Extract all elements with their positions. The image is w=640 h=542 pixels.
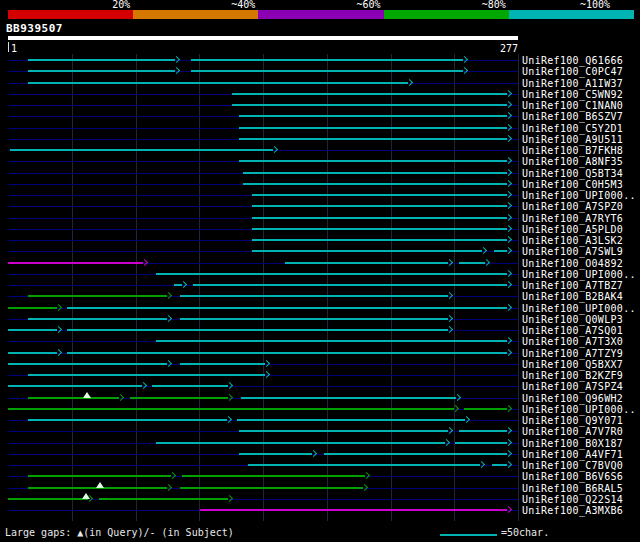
hit-label[interactable]: UniRef100_A4VF71 [522, 449, 623, 460]
hit-label[interactable]: UniRef100_Q61666 [522, 55, 623, 66]
hit-label[interactable]: UniRef100_C0PC47 [522, 66, 623, 77]
alignment-segment[interactable] [156, 273, 508, 275]
alignment-segment[interactable] [8, 262, 143, 264]
hit-label[interactable]: UniRef100_Q5BXX7 [522, 359, 623, 370]
alignment-segment[interactable] [252, 239, 508, 241]
alignment-segment[interactable] [239, 453, 312, 455]
alignment-segment[interactable] [180, 318, 448, 320]
hit-label[interactable]: UniRef100_A7RYT6 [522, 213, 623, 224]
hit-label[interactable]: UniRef100_Q96WH2 [522, 393, 623, 404]
alignment-segment[interactable] [182, 475, 365, 477]
alignment-segment[interactable] [464, 408, 507, 410]
alignment-segment[interactable] [200, 509, 507, 511]
hit-label[interactable]: UniRef100_A3LSK2 [522, 235, 623, 246]
alignment-segment[interactable] [8, 385, 142, 387]
alignment-segment[interactable] [191, 70, 463, 72]
alignment-segment[interactable] [8, 352, 57, 354]
hit-label[interactable]: UniRef100_Q5BT34 [522, 168, 623, 179]
hit-label[interactable]: UniRef100_Q22S14 [522, 494, 623, 505]
alignment-segment[interactable] [8, 307, 57, 309]
hit-label[interactable]: UniRef100_A7SWL9 [522, 246, 623, 257]
alignment-segment[interactable] [248, 464, 480, 466]
alignment-segment[interactable] [28, 397, 119, 399]
alignment-segment[interactable] [232, 104, 508, 106]
alignment-segment[interactable] [180, 487, 363, 489]
hit-label[interactable]: UniRef100_A7SPZ0 [522, 201, 623, 212]
hit-label[interactable]: UniRef100_C7BVQ0 [522, 460, 623, 471]
hit-label[interactable]: UniRef100_Q0WLP3 [522, 314, 623, 325]
alignment-segment[interactable] [239, 115, 507, 117]
hit-label[interactable]: UniRef100_B0X187 [522, 438, 623, 449]
alignment-segment[interactable] [67, 352, 507, 354]
hit-label[interactable]: UniRef100_A7SQ01 [522, 325, 623, 336]
hit-label[interactable]: UniRef100_A3MXB6 [522, 505, 623, 516]
alignment-segment[interactable] [252, 217, 508, 219]
hit-label[interactable]: UniRef100_A9U511 [522, 134, 623, 145]
alignment-segment[interactable] [180, 295, 448, 297]
alignment-segment[interactable] [459, 430, 508, 432]
hit-label[interactable]: UniRef100_A7TBZ7 [522, 280, 623, 291]
alignment-segment[interactable] [193, 284, 508, 286]
hit-label[interactable]: UniRef100_C5Y2D1 [522, 123, 623, 134]
alignment-segment[interactable] [28, 374, 265, 376]
alignment-segment[interactable] [99, 498, 229, 500]
hit-label[interactable]: UniRef100_UPI000.. [522, 190, 636, 201]
alignment-segment[interactable] [459, 262, 485, 264]
hit-label[interactable]: UniRef100_B6V6S6 [522, 471, 623, 482]
hit-label[interactable]: UniRef100_A7V7R0 [522, 426, 623, 437]
alignment-segment[interactable] [8, 329, 57, 331]
alignment-segment[interactable] [239, 138, 507, 140]
hit-label[interactable]: UniRef100_UPI000.. [522, 269, 636, 280]
hit-label[interactable]: UniRef100_A8NF35 [522, 156, 623, 167]
alignment-segment[interactable] [28, 70, 175, 72]
hit-label[interactable]: UniRef100_O04892 [522, 258, 623, 269]
alignment-segment[interactable] [8, 498, 88, 500]
hit-label[interactable]: UniRef100_C5WN92 [522, 89, 623, 100]
alignment-segment[interactable] [324, 453, 507, 455]
hit-label[interactable]: UniRef100_A5PLD0 [522, 224, 623, 235]
alignment-segment[interactable] [239, 160, 507, 162]
hit-label[interactable]: UniRef100_Q9Y071 [522, 415, 623, 426]
alignment-segment[interactable] [152, 385, 228, 387]
alignment-segment[interactable] [252, 250, 482, 252]
alignment-segment[interactable] [130, 397, 228, 399]
hit-label[interactable]: UniRef100_B7FKH8 [522, 145, 623, 156]
hit-label[interactable]: UniRef100_A7TZY9 [522, 348, 623, 359]
alignment-segment[interactable] [243, 172, 508, 174]
alignment-segment[interactable] [67, 307, 507, 309]
alignment-segment[interactable] [156, 340, 508, 342]
alignment-segment[interactable] [10, 149, 273, 151]
alignment-segment[interactable] [285, 262, 448, 264]
alignment-segment[interactable] [252, 228, 508, 230]
hit-label[interactable]: UniRef100_UPI000.. [522, 303, 636, 314]
hit-label[interactable]: UniRef100_B6RAL5 [522, 483, 623, 494]
hit-label[interactable]: UniRef100_B6SZV7 [522, 111, 623, 122]
alignment-segment[interactable] [8, 363, 167, 365]
alignment-segment[interactable] [191, 59, 463, 61]
alignment-segment[interactable] [239, 127, 507, 129]
alignment-segment[interactable] [28, 475, 171, 477]
alignment-segment[interactable] [8, 408, 454, 410]
alignment-segment[interactable] [243, 183, 508, 185]
alignment-segment[interactable] [156, 442, 445, 444]
alignment-segment[interactable] [28, 295, 167, 297]
alignment-segment[interactable] [28, 318, 167, 320]
hit-label[interactable]: UniRef100_B2BAK4 [522, 291, 623, 302]
hit-label[interactable]: UniRef100_A1IW37 [522, 78, 623, 89]
alignment-segment[interactable] [180, 363, 266, 365]
hit-label[interactable]: UniRef100_C0H5M3 [522, 179, 623, 190]
hit-label[interactable]: UniRef100_B2KZF9 [522, 370, 623, 381]
alignment-segment[interactable] [252, 194, 508, 196]
hit-label[interactable]: UniRef100_C1NAN0 [522, 100, 623, 111]
alignment-segment[interactable] [28, 82, 407, 84]
hit-label[interactable]: UniRef100_A7SPZ4 [522, 381, 623, 392]
hit-label[interactable]: UniRef100_UPI000.. [522, 404, 636, 415]
alignment-segment[interactable] [28, 419, 226, 421]
alignment-segment[interactable] [237, 419, 465, 421]
alignment-segment[interactable] [455, 442, 507, 444]
alignment-segment[interactable] [239, 430, 448, 432]
hit-label[interactable]: UniRef100_A7T3X0 [522, 336, 623, 347]
alignment-segment[interactable] [67, 329, 448, 331]
alignment-segment[interactable] [28, 59, 175, 61]
alignment-segment[interactable] [252, 205, 508, 207]
